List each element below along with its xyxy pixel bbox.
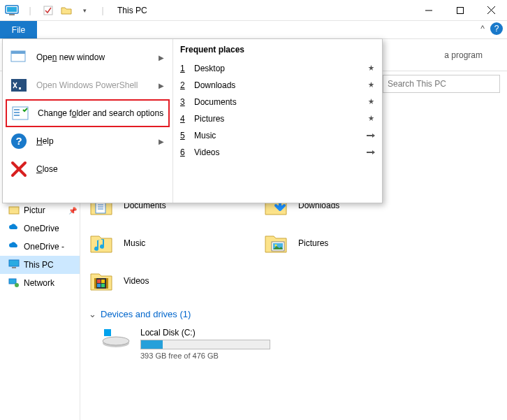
unpin-icon[interactable] [367,149,375,156]
chevron-down-icon: ⌄ [89,309,96,319]
drive-capacity-bar [140,340,270,349]
thispc-icon [8,259,20,270]
pin-icon[interactable] [367,65,375,73]
svg-rect-13 [96,202,105,213]
submenu-arrow-icon: ▶ [159,138,164,145]
minimize-button[interactable] [413,0,444,21]
menu-item-label: Change folder and search options [38,108,163,118]
folder-label: Music [124,238,145,248]
network-icon [8,277,20,289]
svg-rect-1 [7,7,17,12]
frequent-desktop[interactable]: 1Desktop [180,60,375,77]
menu-item-label: Help [36,136,54,146]
quick-access-toolbar: | ▾ | [0,3,110,18]
svg-rect-33 [19,87,21,89]
svg-rect-24 [101,280,105,283]
svg-rect-29 [104,329,111,336]
svg-rect-32 [11,79,27,92]
folder-videos[interactable]: Videos [89,268,263,294]
sidebar-item-network[interactable]: Network [0,274,80,292]
svg-rect-37 [14,115,20,116]
freq-label: Desktop [194,64,225,73]
onedrive-icon [8,223,20,234]
titlebar: | ▾ | This PC [0,0,507,21]
svg-rect-10 [12,267,16,268]
svg-rect-35 [14,109,20,110]
frequent-documents[interactable]: 3Documents [180,94,375,110]
svg-rect-23 [97,280,101,283]
freq-label: Music [194,131,216,140]
videos-icon [89,268,114,294]
frequent-places-header: Frequent places [180,45,375,55]
svg-rect-25 [97,284,101,287]
svg-rect-22 [106,278,108,289]
svg-rect-9 [9,260,19,266]
sidebar-item-label: Network [24,278,54,288]
freq-number: 2 [180,80,187,90]
close-button[interactable] [476,0,507,21]
frequent-music[interactable]: 5Music [180,127,375,144]
drive-name: Local Disk (C:) [140,328,270,338]
sidebar-item-label: This PC [24,260,54,270]
menu-icon [10,76,28,94]
pin-icon[interactable] [367,99,375,106]
folder-music[interactable]: Music [89,231,263,256]
search-input[interactable]: Search This PC [383,75,500,93]
file-menu-open-new-window[interactable]: Open new window▶ [6,43,170,71]
file-menu: Open new window▶Open Windows PowerShell▶… [2,38,383,203]
svg-rect-36 [14,112,20,113]
drive-item[interactable]: Local Disk (C:) 393 GB free of 476 GB [101,328,499,360]
svg-point-28 [103,337,129,345]
submenu-arrow-icon: ▶ [159,82,164,89]
sidebar-item-label: Pictur [24,205,45,215]
divider: | [95,3,110,18]
unpin-icon[interactable] [367,132,375,139]
file-menu-help[interactable]: ?Help▶ [6,127,170,155]
menu-item-label: Open Windows PowerShell [36,80,138,90]
sidebar-item-pictur[interactable]: Pictur📌 [0,201,80,219]
sidebar-item-onedrive[interactable]: OneDrive [0,219,80,238]
freq-label: Pictures [194,114,224,124]
properties-icon[interactable] [41,3,56,18]
new-folder-icon[interactable] [59,3,74,18]
qat-dropdown-icon[interactable]: ▾ [77,3,92,18]
freq-number: 4 [180,114,187,124]
pin-icon[interactable] [367,115,375,123]
sidebar-item-onedrive--[interactable]: OneDrive - [0,238,80,256]
info-text: a program [444,50,483,60]
file-menu-change-folder-and-search-options[interactable]: Change folder and search options [6,99,170,127]
maximize-button[interactable] [444,0,476,21]
file-tab[interactable]: File [0,21,37,38]
menu-item-label: Close [36,164,58,174]
frequent-videos[interactable]: 6Videos [180,144,375,161]
divider: | [22,3,38,18]
svg-rect-26 [101,284,105,287]
folder-pictures[interactable]: Pictures [263,231,438,256]
ribbon-collapse-icon[interactable]: ^ [480,24,485,34]
section-header-label: Devices and drives (1) [101,309,191,319]
svg-rect-3 [44,6,52,15]
freq-number: 6 [180,147,187,157]
sidebar-item-this-pc[interactable]: This PC [0,256,80,274]
help-icon[interactable]: ? [490,22,503,35]
freq-label: Videos [194,147,219,157]
menu-icon [10,160,28,178]
freq-number: 1 [180,64,187,73]
menu-item-label: Open new window [36,52,105,62]
folder-label: Videos [124,276,149,286]
onedrive-icon [8,241,20,252]
svg-rect-5 [457,7,463,13]
sidebar-item-label: OneDrive [24,224,59,233]
menu-icon [10,48,28,66]
frequent-pictures[interactable]: 4Pictures [180,110,375,127]
section-header-devices[interactable]: ⌄ Devices and drives (1) [89,309,499,319]
menu-icon [11,104,29,122]
file-menu-close[interactable]: Close [6,155,170,183]
pin-icon[interactable] [367,82,375,89]
freq-number: 3 [180,97,187,107]
folder-label: Pictures [298,238,328,248]
pictures-icon [8,205,20,216]
svg-rect-21 [94,278,96,289]
svg-rect-8 [9,207,19,214]
frequent-downloads[interactable]: 2Downloads [180,77,375,94]
